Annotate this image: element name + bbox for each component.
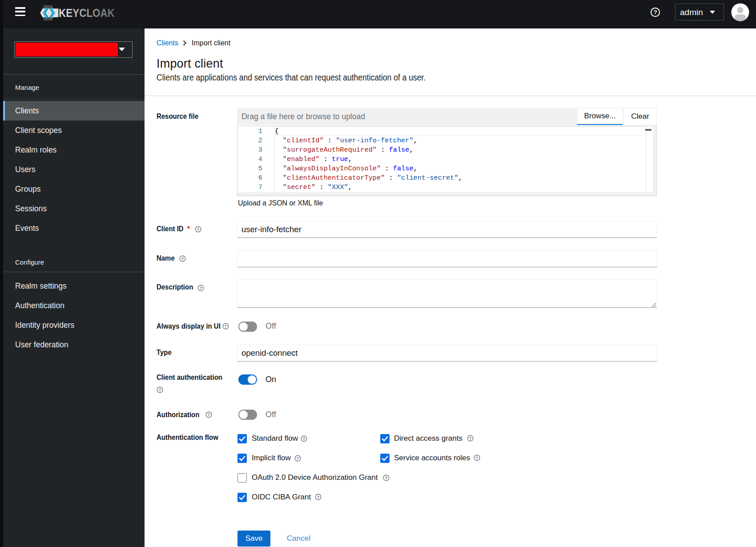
svg-text:?: ? — [653, 9, 657, 16]
svg-text:?: ? — [385, 475, 388, 480]
svg-text:KEYCLOAK: KEYCLOAK — [59, 7, 115, 19]
svg-text:?: ? — [197, 227, 200, 232]
svg-text:?: ? — [200, 286, 202, 290]
svg-text:?: ? — [317, 495, 320, 499]
svg-text:?: ? — [297, 456, 299, 461]
svg-text:?: ? — [303, 436, 306, 441]
svg-text:?: ? — [159, 387, 161, 392]
svg-text:?: ? — [225, 324, 227, 329]
svg-text:?: ? — [208, 412, 210, 417]
svg-text:?: ? — [181, 256, 184, 261]
svg-text:?: ? — [469, 436, 472, 441]
svg-text:?: ? — [476, 455, 479, 460]
